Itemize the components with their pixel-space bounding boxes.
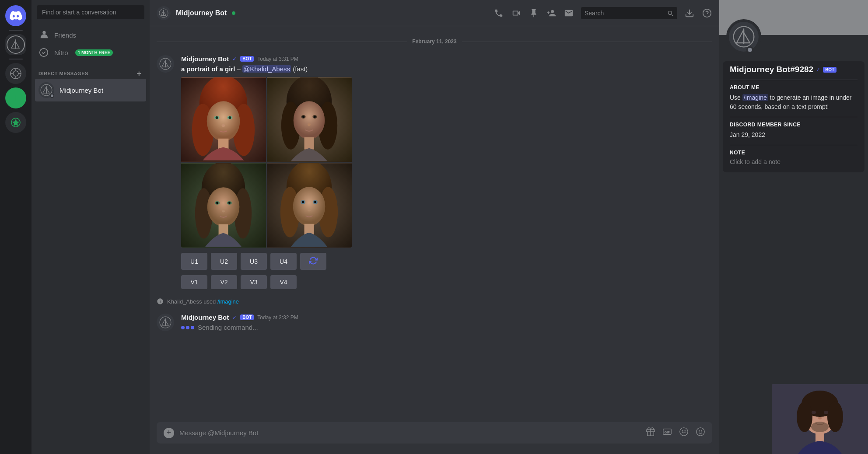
icon-bar-divider-2 — [9, 59, 23, 59]
ai-server-icon[interactable] — [5, 63, 26, 84]
sending-dots — [181, 326, 194, 329]
image-cell-2[interactable] — [267, 77, 352, 162]
svg-point-83 — [824, 411, 828, 414]
explore-servers-button[interactable] — [5, 112, 26, 133]
svg-point-71 — [699, 430, 700, 432]
topbar-search-box[interactable]: Search — [581, 7, 677, 19]
profile-bot-badge: BOT — [823, 67, 836, 73]
icon-bar-divider — [9, 30, 23, 31]
video-icon[interactable] — [511, 8, 522, 18]
sidebar-item-nitro[interactable]: Nitro 1 MONTH FREE — [35, 44, 146, 61]
server-icon-sailboat[interactable] — [5, 34, 26, 55]
msg-avatar-2 — [157, 314, 174, 331]
help-icon[interactable] — [702, 8, 712, 18]
message-text-input[interactable]: Message @Midjourney Bot — [179, 429, 640, 437]
svg-point-84 — [818, 417, 822, 419]
verified-check-1: ✓ — [232, 56, 237, 62]
svg-point-56 — [293, 187, 326, 226]
dm-name-midjourney: Midjourney Bot — [60, 87, 103, 94]
profile-divider-1 — [730, 80, 858, 80]
image-cell-4[interactable] — [267, 163, 352, 248]
message-group-1: Midjourney Bot ✓ BOT Today at 3:31 PM a … — [157, 55, 712, 289]
inbox-icon[interactable] — [564, 8, 574, 18]
discord-home-button[interactable] — [5, 5, 26, 26]
v1-button[interactable]: V1 — [181, 275, 207, 289]
msg-username-2: Midjourney Bot — [181, 314, 229, 321]
verified-check-2: ✓ — [232, 314, 237, 321]
action-buttons-row1: U1 U2 U3 U4 — [181, 253, 712, 270]
about-me-text: Use /imagine to generate an image in und… — [730, 93, 858, 112]
msg-header-2: Midjourney Bot ✓ BOT Today at 3:32 PM — [181, 314, 712, 321]
svg-point-27 — [228, 116, 231, 119]
msg-avatar-1 — [157, 55, 174, 73]
highlight-imagine: /imagine — [742, 94, 768, 101]
svg-point-67 — [680, 428, 688, 436]
msg-username-1: Midjourney Bot — [181, 55, 229, 63]
svg-point-50 — [222, 210, 225, 212]
note-title: NOTE — [730, 150, 858, 156]
sidebar-item-friends[interactable]: Friends — [35, 26, 146, 44]
svg-point-34 — [294, 101, 325, 140]
video-face — [772, 384, 868, 454]
topbar-channel-name: Midjourney Bot — [176, 9, 227, 17]
gif-icon[interactable]: GIF — [662, 427, 672, 439]
phone-icon[interactable] — [494, 8, 504, 18]
svg-point-49 — [228, 202, 231, 204]
profile-divider-3 — [730, 145, 858, 145]
svg-point-58 — [302, 201, 304, 203]
svg-point-72 — [701, 430, 702, 432]
profile-info-card: Midjourney Bot#9282 ✓ BOT ABOUT ME Use /… — [723, 61, 864, 172]
svg-point-28 — [222, 124, 225, 126]
main-chat-area: Midjourney Bot Search — [150, 0, 719, 454]
inbox-tray-icon[interactable] — [684, 8, 695, 18]
profile-status-ring — [746, 46, 753, 53]
refresh-button[interactable] — [300, 253, 326, 270]
u4-button[interactable]: U4 — [270, 253, 297, 270]
chat-messages: February 11, 2023 Midjourney Bot ✓ BOT T… — [150, 26, 719, 422]
image-grid[interactable] — [181, 77, 352, 248]
v2-button[interactable]: V2 — [211, 275, 237, 289]
svg-text:GIF: GIF — [665, 430, 670, 434]
topbar-status-dot — [232, 11, 235, 15]
dm-section-header: DIRECT MESSAGES + — [32, 63, 150, 79]
svg-point-86 — [811, 422, 829, 432]
topbar: Midjourney Bot Search — [150, 0, 719, 26]
input-action-buttons: GIF — [646, 427, 705, 439]
svg-point-11 — [40, 49, 48, 56]
u1-button[interactable]: U1 — [181, 253, 207, 270]
date-separator: February 11, 2023 — [157, 38, 712, 45]
video-thumbnail[interactable] — [772, 384, 868, 454]
msg-text-1: a portrait of a girl – @Khalid_Abess (fa… — [181, 64, 712, 73]
v3-button[interactable]: V3 — [241, 275, 267, 289]
dm-status-dot — [50, 94, 54, 98]
pin-icon[interactable] — [528, 8, 539, 18]
add-dm-button[interactable]: + — [136, 70, 143, 77]
v4-button[interactable]: V4 — [270, 275, 297, 289]
u3-button[interactable]: U3 — [241, 253, 267, 270]
add-member-icon[interactable] — [546, 8, 556, 18]
note-input[interactable]: Click to add a note — [730, 158, 858, 165]
image-cell-3[interactable] — [181, 163, 266, 248]
mention-khalid: @Khalid_Abess — [242, 65, 291, 73]
add-server-button[interactable]: + — [5, 87, 26, 108]
member-since-date: Jan 29, 2022 — [730, 130, 858, 140]
right-panel: Midjourney Bot#9282 ✓ BOT ABOUT ME Use /… — [719, 0, 868, 454]
message-add-button[interactable]: + — [164, 428, 174, 438]
gift-icon[interactable] — [646, 427, 655, 439]
dm-midjourney-bot[interactable]: Midjourney Bot — [35, 79, 146, 101]
sticker-icon[interactable] — [679, 427, 689, 439]
nitro-icon — [38, 47, 49, 58]
svg-point-68 — [682, 430, 683, 432]
find-conversation-input[interactable]: Find or start a conversation — [37, 5, 144, 19]
profile-username-row: Midjourney Bot#9282 ✓ BOT — [730, 65, 858, 74]
usage-cmd: /imagine — [217, 298, 239, 305]
svg-point-60 — [314, 201, 316, 203]
u2-button[interactable]: U2 — [211, 253, 237, 270]
dot-2 — [186, 326, 189, 329]
emoji-icon[interactable] — [696, 427, 705, 439]
friends-icon — [38, 30, 49, 40]
image-cell-1[interactable] — [181, 77, 266, 162]
svg-point-82 — [812, 411, 816, 414]
svg-point-4 — [13, 71, 18, 76]
dm-avatar-midjourney — [38, 82, 54, 98]
